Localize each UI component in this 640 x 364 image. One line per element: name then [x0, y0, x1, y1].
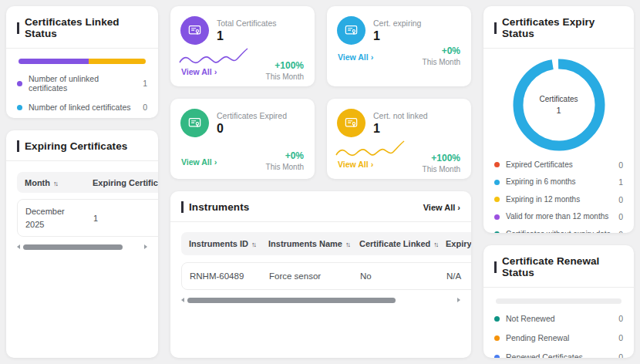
legend-item: Expired Certificates 0 [494, 160, 623, 170]
legend-value: 0 [618, 212, 623, 221]
divider [6, 48, 158, 49]
legend-label: Not Renewed [506, 314, 612, 323]
legend-value: 0 [618, 333, 623, 342]
legend-dot [494, 162, 500, 167]
legend-value: 0 [618, 230, 623, 234]
legend-label: Number of linked certificates [29, 103, 136, 112]
legend-label: Certificates without expiry date [506, 230, 612, 233]
view-all-link[interactable]: View All› [181, 67, 217, 76]
change-percent: +0% [423, 46, 460, 56]
horizontal-scrollbar[interactable] [181, 297, 460, 303]
scrollbar-thumb[interactable] [23, 244, 123, 250]
divider [483, 48, 634, 49]
sort-icon[interactable]: ↑↓ [53, 180, 57, 187]
legend-dot [494, 316, 500, 322]
legend-label: Expiring in 12 months [506, 195, 612, 204]
instrument-id-cell: RNHM-60489 [190, 271, 269, 281]
legend-dot [494, 214, 500, 220]
legend-label: Number of unlinked certificates [29, 74, 136, 93]
legend-label: Expired Certificates [506, 160, 612, 170]
stat-value: 0 [217, 122, 224, 136]
scroll-right-icon[interactable] [457, 298, 460, 302]
progress-segment-unlinked [19, 59, 89, 64]
stat-label: Cert. expiring [373, 19, 421, 28]
column-header-expiring-certificates[interactable]: Expiring Certificates↑↓ [93, 178, 158, 187]
legend-dot [494, 335, 500, 341]
legend-item: Number of linked certificates 0 [17, 103, 147, 112]
chevron-right-icon: › [457, 203, 460, 212]
legend-label: Valid for more than 12 months [506, 212, 612, 221]
legend-item: Certificates without expiry date 0 [494, 230, 623, 234]
column-header-certificate-linked[interactable]: Certificate Linked↑↓ [359, 239, 446, 248]
view-all-link[interactable]: View All › [423, 203, 460, 212]
right-column: Certificates Expiry Status Certificates … [483, 6, 634, 358]
legend-value: 0 [618, 314, 623, 323]
legend-value: 0 [143, 103, 147, 112]
stat-label: Cert. not linked [373, 111, 428, 120]
middle-column: Total Certificates 1 View All› +100% Thi… [170, 6, 471, 358]
expiry-date-cell: N/A [446, 271, 471, 281]
legend-item: Valid for more than 12 months 0 [494, 212, 623, 221]
view-all-link[interactable]: View All› [338, 52, 373, 62]
instruments-header: Instruments View All › [181, 201, 460, 213]
chevron-right-icon: › [214, 67, 217, 76]
legend-item: Pending Renewal 0 [494, 333, 623, 342]
certificates-expired-card: Certificates Expired 0 View All› +0% Thi… [170, 99, 315, 179]
sort-icon[interactable]: ↑↓ [433, 241, 437, 248]
horizontal-scrollbar[interactable] [17, 244, 147, 250]
sparkline [335, 136, 406, 160]
legend-dot [494, 231, 500, 233]
donut-center-label: Certificates 1 [512, 58, 606, 152]
expiry-legend: Expired Certificates 0 Expiring in 6 mon… [494, 160, 623, 234]
legend-value: 1 [143, 79, 147, 88]
card-title: Certificates Expiry Status [494, 16, 623, 39]
stat-label: Total Certificates [217, 19, 277, 28]
divider [170, 221, 471, 222]
sort-icon[interactable]: ↑↓ [345, 241, 349, 248]
legend-dot [494, 180, 500, 185]
sort-icon[interactable]: ↑↓ [251, 241, 255, 248]
certificates-expiry-status-card: Certificates Expiry Status Certificates … [483, 6, 634, 233]
change-percent: +0% [266, 150, 304, 161]
cert-not-linked-card: Cert. not linked 1 View All› +100% This … [327, 99, 471, 179]
view-all-link[interactable]: View All› [181, 157, 217, 167]
sparkline [178, 44, 249, 67]
card-title: Expiring Certificates [17, 140, 147, 152]
table-row[interactable]: December 2025 1 [17, 199, 158, 237]
card-title: Certificates Linked Status [17, 16, 147, 39]
change-period: This Month [423, 165, 460, 174]
scrollbar-track[interactable] [23, 244, 141, 250]
legend-value: 0 [618, 352, 623, 358]
scrollbar-track[interactable] [187, 298, 454, 303]
divider [483, 287, 634, 288]
card-title: Certificate Renewal Status [494, 255, 623, 278]
legend-item: Expiring in 6 months 1 [494, 177, 623, 187]
scroll-right-icon[interactable] [144, 244, 147, 249]
column-header-month[interactable]: Month↑↓ [25, 178, 93, 187]
legend-value: 0 [618, 195, 623, 204]
legend-value: 1 [618, 177, 623, 187]
change-period: This Month [423, 58, 460, 66]
column-header-expiry-date[interactable]: Expiry Date↑↓ [446, 239, 471, 248]
scrollbar-thumb[interactable] [187, 298, 396, 303]
view-all-link[interactable]: View All› [338, 160, 373, 169]
expiring-certificates-card: Expiring Certificates Month↑↓ Expiring C… [6, 130, 158, 358]
table-row[interactable]: RNHM-60489 Force sensor No N/A [181, 262, 471, 290]
left-column: Certificates Linked Status Number of unl… [6, 6, 158, 358]
divider [6, 160, 158, 161]
column-header-instruments-id[interactable]: Instruments ID↑↓ [189, 239, 268, 248]
scroll-left-icon[interactable] [181, 298, 184, 302]
instruments-table: Instruments ID↑↓ Instruments Name↑↓ Cert… [181, 232, 471, 290]
expiring-certificates-table: Month↑↓ Expiring Certificates↑↓ December… [17, 172, 158, 237]
total-certificates-card: Total Certificates 1 View All› +100% Thi… [170, 6, 315, 86]
column-header-instruments-name[interactable]: Instruments Name↑↓ [268, 239, 359, 248]
change-period: This Month [266, 163, 304, 171]
stat-value: 1 [217, 29, 224, 43]
legend-dot [494, 197, 500, 202]
certificates-linked-status-card: Certificates Linked Status Number of unl… [6, 6, 158, 118]
change-period: This Month [266, 72, 304, 81]
scroll-left-icon[interactable] [17, 244, 20, 249]
certificate-linked-cell: No [360, 271, 446, 281]
dashboard: Certificates Linked Status Number of unl… [0, 0, 640, 364]
certificate-icon [337, 109, 365, 137]
